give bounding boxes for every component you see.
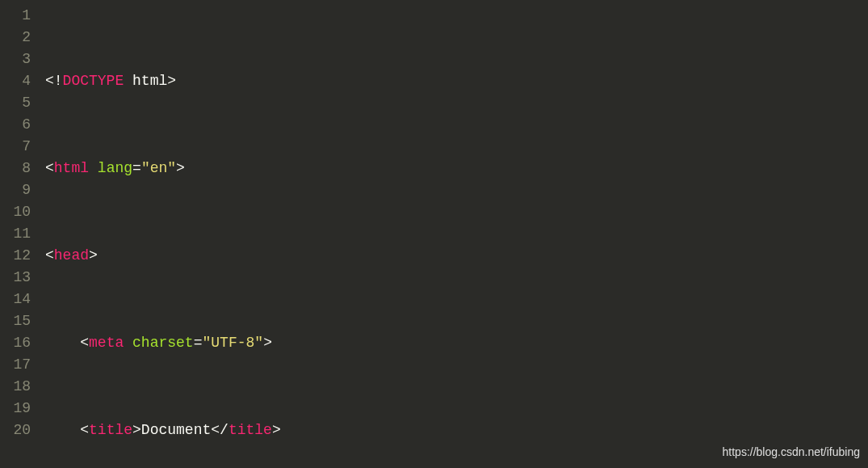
code-line[interactable]: <html lang="en"> <box>39 158 868 179</box>
line-number: 2 <box>0 27 31 48</box>
line-number: 4 <box>0 70 31 92</box>
code-line[interactable]: <head> <box>39 245 868 267</box>
code-line[interactable]: <title>Document</title> <box>39 420 868 441</box>
line-number: 13 <box>0 267 31 289</box>
code-line[interactable]: <meta charset="UTF-8"> <box>39 332 868 354</box>
code-line[interactable]: <!DOCTYPE html> <box>39 70 868 92</box>
line-number: 5 <box>0 92 31 114</box>
line-number: 17 <box>0 354 31 376</box>
code-editor: 1 2 3 4 5 6 7 8 9 10 11 12 13 14 15 16 1… <box>0 0 868 468</box>
line-number: 9 <box>0 179 31 201</box>
line-number: 14 <box>0 289 31 310</box>
line-number: 20 <box>0 420 31 441</box>
line-number: 7 <box>0 136 31 158</box>
line-number-gutter: 1 2 3 4 5 6 7 8 9 10 11 12 13 14 15 16 1… <box>0 5 39 468</box>
line-number: 12 <box>0 245 31 267</box>
line-number: 1 <box>0 5 31 27</box>
code-area[interactable]: <!DOCTYPE html> <html lang="en"> <head> … <box>39 5 868 468</box>
line-number: 10 <box>0 201 31 223</box>
watermark-text: https://blog.csdn.net/ifubing <box>723 441 860 463</box>
line-number: 16 <box>0 332 31 354</box>
line-number: 8 <box>0 158 31 179</box>
line-number: 19 <box>0 398 31 420</box>
line-number: 18 <box>0 376 31 398</box>
line-number: 3 <box>0 48 31 70</box>
line-number: 15 <box>0 310 31 332</box>
line-number: 11 <box>0 223 31 245</box>
line-number: 6 <box>0 114 31 136</box>
